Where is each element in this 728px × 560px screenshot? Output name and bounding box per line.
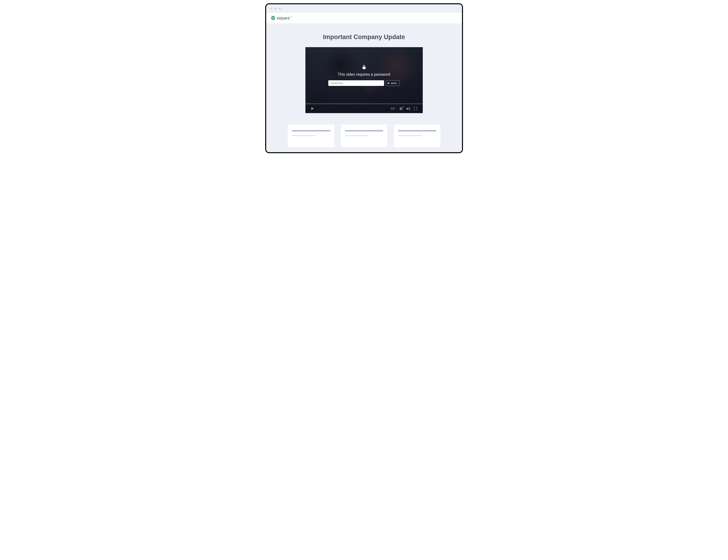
- play-icon: [311, 107, 314, 110]
- window-titlebar: [266, 4, 462, 13]
- gear-icon: [399, 107, 403, 110]
- card-placeholder: [288, 124, 335, 147]
- registered-icon: ®: [291, 16, 292, 18]
- volume-icon: [406, 107, 410, 110]
- page-content: Important Company Update This video requ…: [266, 24, 462, 152]
- skeleton-line: [292, 130, 330, 131]
- svg-line-6: [274, 16, 274, 16]
- vidyard-logo-icon: [271, 16, 276, 21]
- hd-badge: HD: [402, 106, 404, 108]
- lock-message: This video requires a password: [338, 72, 390, 77]
- brand-logo[interactable]: vidyard ®: [271, 16, 292, 21]
- window-dot: [275, 7, 277, 10]
- svg-point-3: [272, 18, 273, 18]
- window-dot: [270, 7, 273, 10]
- svg-marker-10: [406, 107, 408, 110]
- skeleton-line: [398, 135, 422, 136]
- fullscreen-button[interactable]: [412, 105, 419, 112]
- skeleton-line: [345, 130, 383, 131]
- skeleton-line: [345, 135, 369, 136]
- card-placeholder: [341, 124, 387, 147]
- password-overlay: This video requires a password Watch: [306, 65, 423, 86]
- lock-icon: [362, 65, 366, 70]
- watch-button[interactable]: Watch: [386, 80, 399, 86]
- app-topbar: vidyard ®: [266, 13, 462, 24]
- volume-button[interactable]: [404, 105, 412, 112]
- watch-button-label: Watch: [391, 82, 397, 84]
- fullscreen-icon: [414, 107, 417, 110]
- svg-line-5: [272, 16, 273, 16]
- video-player: This video requires a password Watch: [306, 47, 423, 113]
- cards-row: [288, 124, 441, 147]
- settings-button[interactable]: HD: [397, 105, 404, 112]
- play-icon: [388, 82, 389, 84]
- svg-marker-9: [311, 107, 314, 110]
- svg-point-4: [274, 18, 274, 18]
- page-title: Important Company Update: [273, 33, 455, 41]
- brand-name: vidyard: [277, 16, 290, 20]
- captions-button[interactable]: CC: [389, 105, 397, 112]
- play-button[interactable]: [309, 105, 316, 112]
- browser-window: vidyard ® Important Company Update This …: [265, 3, 463, 153]
- card-placeholder: [393, 124, 441, 147]
- skeleton-line: [292, 135, 316, 136]
- password-form: Watch: [328, 80, 399, 86]
- skeleton-line: [398, 130, 436, 131]
- cc-label: CC: [391, 107, 395, 110]
- svg-rect-7: [363, 67, 365, 69]
- password-input[interactable]: [328, 80, 384, 86]
- svg-marker-8: [388, 82, 389, 84]
- window-dot: [279, 7, 281, 10]
- player-controls-bar: CC HD: [306, 104, 423, 113]
- svg-point-0: [271, 16, 275, 20]
